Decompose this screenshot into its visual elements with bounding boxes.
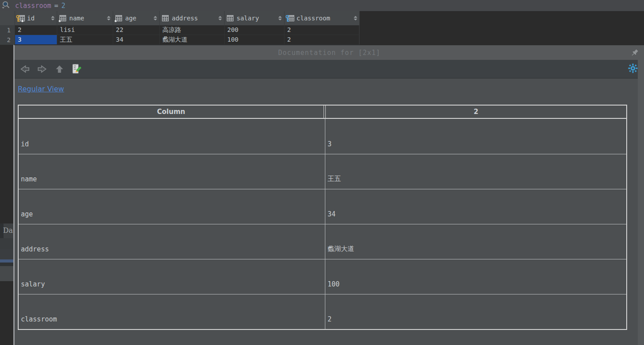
- search-icon[interactable]: [1, 0, 11, 11]
- column-header-label: classroom: [296, 15, 330, 22]
- table-row: 2 3 王五 34 蠡湖大道 100 2: [0, 35, 360, 45]
- cell-address[interactable]: 蠡湖大道: [159, 35, 224, 45]
- column-header-label: age: [125, 15, 136, 22]
- documentation-panel-header[interactable]: Documentation for [2x1]: [15, 45, 644, 60]
- cell-name[interactable]: lisi: [57, 25, 113, 35]
- column-header-age[interactable]: age: [113, 11, 159, 25]
- background-window-strip: Da: [0, 45, 13, 345]
- background-row: [0, 238, 13, 249]
- grid-corner: [0, 11, 15, 25]
- sort-toggle-icon[interactable]: [103, 16, 111, 20]
- doc-field-label: name: [21, 175, 37, 183]
- doc-field-value: 100: [328, 280, 340, 288]
- sort-toggle-icon[interactable]: [215, 16, 222, 20]
- pin-icon[interactable]: [629, 47, 640, 59]
- cell-id[interactable]: 2: [15, 25, 57, 35]
- doc-table-header-value: 2: [325, 106, 626, 118]
- filter-value-token[interactable]: 2: [61, 2, 65, 10]
- doc-table-header-row: Column 2: [19, 106, 626, 119]
- column-header-id[interactable]: id: [15, 11, 57, 25]
- doc-field-label: id: [21, 140, 29, 148]
- background-tab[interactable]: Da: [0, 223, 13, 238]
- tab-label-partial: Da: [3, 226, 13, 235]
- doc-field-value: 蠡湖大道: [328, 245, 354, 253]
- edit-source-icon[interactable]: [72, 63, 82, 75]
- forward-icon[interactable]: [37, 63, 47, 75]
- grid-filter-bar[interactable]: classroom = 2: [0, 0, 644, 11]
- column-icon: [59, 15, 67, 22]
- column-header-label: salary: [237, 15, 259, 22]
- documentation-table: Column 2 id 3 name 王五 age 34: [18, 105, 627, 330]
- background-highlight-line: [0, 259, 13, 263]
- settings-gear-icon[interactable]: [628, 63, 638, 75]
- doc-field-value: 34: [328, 210, 336, 218]
- panel-title: Documentation for [2x1]: [278, 49, 381, 57]
- documentation-toolbar: [15, 60, 644, 78]
- column-header-classroom[interactable]: classroom: [284, 11, 360, 25]
- row-number[interactable]: 2: [0, 35, 15, 45]
- foreign-key-icon: [286, 15, 294, 22]
- doc-field-value: 3: [328, 140, 332, 148]
- documentation-panel: Documentation for [2x1]: [13, 45, 644, 345]
- doc-row-salary: salary 100: [19, 259, 626, 294]
- column-icon: [226, 15, 234, 22]
- cell-salary[interactable]: 100: [224, 35, 284, 45]
- sort-toggle-icon[interactable]: [275, 16, 282, 20]
- doc-field-label: age: [21, 210, 33, 218]
- cell-salary[interactable]: 200: [224, 25, 284, 35]
- scrollbar[interactable]: [638, 60, 644, 345]
- doc-row-id: id 3: [19, 119, 626, 154]
- doc-row-classroom: classroom 2: [19, 294, 626, 329]
- doc-field-label: salary: [21, 280, 45, 288]
- database-tool-window: classroom = 2: [0, 0, 644, 345]
- column-icon: [162, 15, 170, 22]
- cell-classroom[interactable]: 2: [284, 25, 360, 35]
- sort-toggle-icon[interactable]: [150, 16, 157, 20]
- doc-field-value: 2: [328, 315, 332, 323]
- column-header-name[interactable]: name: [57, 11, 113, 25]
- regular-view-link[interactable]: Regular View: [18, 85, 64, 93]
- row-number[interactable]: 1: [0, 25, 15, 35]
- filter-column-token[interactable]: classroom: [15, 2, 51, 10]
- background-row: [0, 266, 13, 281]
- cell-id-selected[interactable]: 3: [15, 35, 57, 45]
- doc-row-address: address 蠡湖大道: [19, 224, 626, 259]
- column-header-salary[interactable]: salary: [224, 11, 284, 25]
- cell-age[interactable]: 34: [113, 35, 159, 45]
- doc-row-age: age 34: [19, 189, 626, 224]
- column-icon: [115, 15, 123, 22]
- documentation-content: Regular View Column 2 id 3 name: [15, 78, 644, 345]
- up-icon[interactable]: [55, 63, 64, 75]
- doc-field-label: classroom: [21, 315, 57, 323]
- back-icon[interactable]: [20, 63, 30, 75]
- background-row: [0, 249, 13, 259]
- primary-key-icon: [17, 15, 25, 22]
- sort-toggle-icon[interactable]: [350, 16, 357, 20]
- cell-classroom[interactable]: 2: [284, 35, 360, 45]
- doc-field-label: address: [21, 245, 49, 253]
- doc-field-value: 王五: [328, 175, 341, 183]
- filter-operator-token[interactable]: =: [54, 2, 58, 10]
- grid-header-row: id name: [0, 11, 360, 25]
- column-header-address[interactable]: address: [159, 11, 224, 25]
- cell-name[interactable]: 王五: [57, 35, 113, 45]
- doc-table-header-column: Column: [19, 106, 324, 118]
- column-header-label: name: [69, 15, 84, 22]
- table-row: 1 2 lisi 22 高凉路 200 2: [0, 25, 360, 35]
- doc-row-name: name 王五: [19, 154, 626, 189]
- cell-age[interactable]: 22: [113, 25, 159, 35]
- column-header-label: address: [172, 15, 198, 22]
- sort-toggle-icon[interactable]: [47, 16, 55, 20]
- background-row: [0, 263, 13, 266]
- column-header-label: id: [27, 15, 35, 22]
- cell-address[interactable]: 高凉路: [159, 25, 224, 35]
